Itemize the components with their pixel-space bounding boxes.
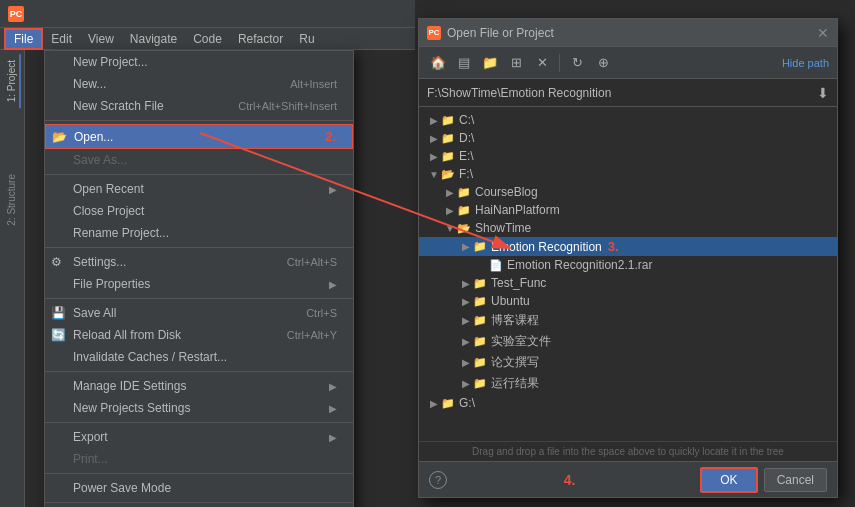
folder-icon-f: 📂	[441, 168, 455, 181]
menu-view[interactable]: View	[80, 30, 122, 48]
menu-edit[interactable]: Edit	[43, 30, 80, 48]
folder-icon-e: 📁	[441, 150, 455, 163]
tree-item-lab[interactable]: ▶ 📁 实验室文件	[419, 331, 837, 352]
dialog-icon: PC	[427, 26, 441, 40]
sep8	[45, 502, 353, 503]
folder-icon-g: 📁	[441, 397, 455, 410]
sep3	[45, 247, 353, 248]
tree-arrow-testfunc[interactable]: ▶	[459, 276, 473, 290]
menu-new-project[interactable]: New Project...	[45, 51, 353, 73]
file-tree[interactable]: ▶ 📁 C:\ ▶ 📁 D:\ ▶ 📁 E:\ ▼ 📂 F:\ ▶	[419, 107, 837, 441]
toolbar-folder-btn[interactable]: 📁	[479, 52, 501, 74]
tree-item-courseblog[interactable]: ▶ 📁 CourseBlog	[419, 183, 837, 201]
tree-arrow-lab[interactable]: ▶	[459, 335, 473, 349]
menu-power-save[interactable]: Power Save Mode	[45, 477, 353, 499]
hide-path-button[interactable]: Hide path	[782, 57, 829, 69]
file-icon-rar: 📄	[489, 259, 503, 272]
path-download-icon[interactable]: ⬇	[817, 85, 829, 101]
menu-ru[interactable]: Ru	[291, 30, 322, 48]
left-sidebar: 1: Project 2: Structure	[0, 50, 25, 507]
sidebar-tab-project[interactable]: 1: Project	[4, 54, 21, 108]
sidebar-tab-structure[interactable]: 2: Structure	[4, 168, 21, 232]
folder-icon-c: 📁	[441, 114, 455, 127]
tree-arrow-e[interactable]: ▶	[427, 149, 441, 163]
sep5	[45, 371, 353, 372]
menu-reload-disk[interactable]: 🔄 Reload All from Disk Ctrl+Alt+Y	[45, 324, 353, 346]
folder-icon-blog: 📁	[473, 314, 487, 327]
dialog-title: Open File or Project	[447, 26, 554, 40]
tree-arrow-courseblog[interactable]: ▶	[443, 185, 457, 199]
tree-arrow-ubuntu[interactable]: ▶	[459, 294, 473, 308]
menu-open-recent[interactable]: Open Recent ▶	[45, 178, 353, 200]
folder-icon-hainan: 📁	[457, 204, 471, 217]
menu-export[interactable]: Export ▶	[45, 426, 353, 448]
sep1	[45, 120, 353, 121]
file-dropdown-menu: New Project... New... Alt+Insert New Scr…	[44, 50, 354, 507]
sep4	[45, 298, 353, 299]
dialog-close-button[interactable]: ✕	[817, 25, 829, 41]
toolbar-delete-btn[interactable]: ✕	[531, 52, 553, 74]
tree-arrow-emotion[interactable]: ▶	[459, 240, 473, 254]
menu-file[interactable]: File	[4, 28, 43, 50]
tree-item-result[interactable]: ▶ 📁 运行结果	[419, 373, 837, 394]
menu-new[interactable]: New... Alt+Insert	[45, 73, 353, 95]
menu-rename-project[interactable]: Rename Project...	[45, 222, 353, 244]
toolbar-home-btn[interactable]: 🏠	[427, 52, 449, 74]
folder-icon-ubuntu: 📁	[473, 295, 487, 308]
tree-item-testfunc[interactable]: ▶ 📁 Test_Func	[419, 274, 837, 292]
tree-arrow-hainan[interactable]: ▶	[443, 203, 457, 217]
tree-arrow-paper[interactable]: ▶	[459, 356, 473, 370]
sep2	[45, 174, 353, 175]
tree-arrow-result[interactable]: ▶	[459, 377, 473, 391]
ide-titlebar: PC	[0, 0, 415, 28]
tree-arrow-d[interactable]: ▶	[427, 131, 441, 145]
tree-item-f[interactable]: ▼ 📂 F:\	[419, 165, 837, 183]
toolbar-down-btn[interactable]: ⊕	[592, 52, 614, 74]
menu-save-as: Save As...	[45, 149, 353, 171]
menu-print: Print...	[45, 448, 353, 470]
menu-code[interactable]: Code	[185, 30, 230, 48]
tree-arrow-c[interactable]: ▶	[427, 113, 441, 127]
dialog-titlebar: PC Open File or Project ✕	[419, 19, 837, 47]
tree-item-g[interactable]: ▶ 📁 G:\	[419, 394, 837, 412]
menu-settings[interactable]: ⚙ Settings... Ctrl+Alt+S	[45, 251, 353, 273]
tree-item-e[interactable]: ▶ 📁 E:\	[419, 147, 837, 165]
menu-file-properties[interactable]: File Properties ▶	[45, 273, 353, 295]
toolbar-refresh-btn[interactable]: ↻	[566, 52, 588, 74]
ok-button[interactable]: OK	[700, 467, 757, 493]
tree-item-ubuntu[interactable]: ▶ 📁 Ubuntu	[419, 292, 837, 310]
tree-item-c[interactable]: ▶ 📁 C:\	[419, 111, 837, 129]
cancel-button[interactable]: Cancel	[764, 468, 827, 492]
tree-item-emotion-recognition[interactable]: ▶ 📁 Emotion Recognition 3.	[419, 237, 837, 256]
help-button[interactable]: ?	[429, 471, 447, 489]
menu-refactor[interactable]: Refactor	[230, 30, 291, 48]
folder-icon-showtime: 📂	[457, 222, 471, 235]
folder-icon-courseblog: 📁	[457, 186, 471, 199]
tree-item-hainan[interactable]: ▶ 📁 HaiNanPlatform	[419, 201, 837, 219]
tree-arrow-showtime[interactable]: ▼	[443, 221, 457, 235]
tree-item-d[interactable]: ▶ 📁 D:\	[419, 129, 837, 147]
menu-invalidate[interactable]: Invalidate Caches / Restart...	[45, 346, 353, 368]
dialog-footer: ? 4. OK Cancel	[419, 461, 837, 497]
open-file-dialog: PC Open File or Project ✕ 🏠 ▤ 📁 ⊞ ✕ ↻ ⊕ …	[418, 18, 838, 498]
tree-arrow-g[interactable]: ▶	[427, 396, 441, 410]
menu-save-all[interactable]: 💾 Save All Ctrl+S	[45, 302, 353, 324]
drag-hint: Drag and drop a file into the space abov…	[419, 441, 837, 461]
menu-new-scratch[interactable]: New Scratch File Ctrl+Alt+Shift+Insert	[45, 95, 353, 117]
tree-arrow-f[interactable]: ▼	[427, 167, 441, 181]
menu-open[interactable]: 📂 Open... 2.	[45, 124, 353, 149]
menu-close-project[interactable]: Close Project	[45, 200, 353, 222]
tree-item-showtime[interactable]: ▼ 📂 ShowTime	[419, 219, 837, 237]
menu-new-projects-settings[interactable]: New Projects Settings ▶	[45, 397, 353, 419]
path-input[interactable]: F:\ShowTime\Emotion Recognition	[427, 86, 817, 100]
tree-item-paper[interactable]: ▶ 📁 论文撰写	[419, 352, 837, 373]
toolbar-list-btn[interactable]: ▤	[453, 52, 475, 74]
tree-arrow-blog[interactable]: ▶	[459, 314, 473, 328]
toolbar-folder2-btn[interactable]: ⊞	[505, 52, 527, 74]
sep7	[45, 473, 353, 474]
tree-item-rar[interactable]: ▶ 📄 Emotion Recognition2.1.rar	[419, 256, 837, 274]
folder-icon-lab: 📁	[473, 335, 487, 348]
tree-item-blog[interactable]: ▶ 📁 博客课程	[419, 310, 837, 331]
menu-manage-ide[interactable]: Manage IDE Settings ▶	[45, 375, 353, 397]
menu-navigate[interactable]: Navigate	[122, 30, 185, 48]
